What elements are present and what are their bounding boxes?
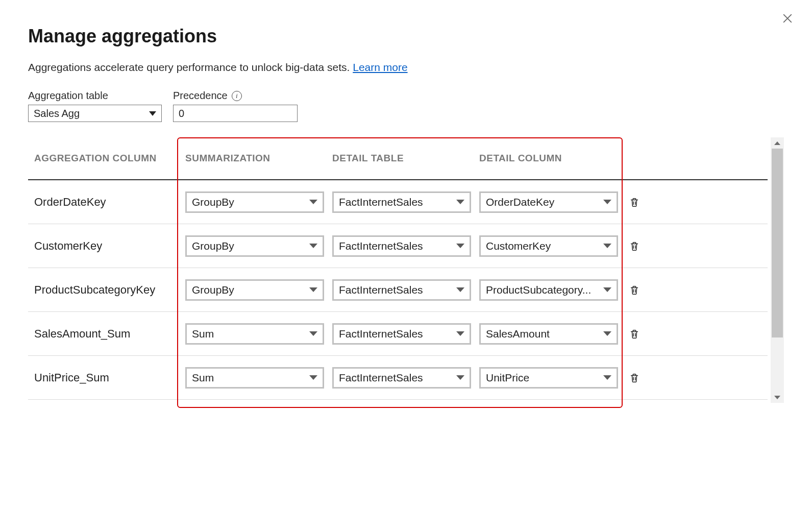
delete-row-button[interactable] xyxy=(622,328,647,340)
learn-more-link[interactable]: Learn more xyxy=(353,61,407,73)
table-row: SalesAmount_Sum Sum FactInternetSales Sa… xyxy=(28,312,768,356)
aggregation-table-label: Aggregation table xyxy=(28,90,162,102)
chevron-down-icon xyxy=(456,375,464,380)
aggregation-column-value: SalesAmount_Sum xyxy=(28,327,181,341)
scroll-up-button[interactable] xyxy=(771,137,784,149)
dialog-description: Aggregations accelerate query performanc… xyxy=(28,61,784,74)
chevron-up-icon xyxy=(774,141,780,145)
chevron-down-icon xyxy=(456,200,464,204)
aggregation-table-value: Sales Agg xyxy=(34,108,80,119)
aggregations-table: AGGREGATION COLUMN SUMMARIZATION DETAIL … xyxy=(28,137,768,403)
detail-table-select[interactable]: FactInternetSales xyxy=(332,191,471,213)
scroll-down-button[interactable] xyxy=(771,392,784,403)
description-text: Aggregations accelerate query performanc… xyxy=(28,61,350,73)
precedence-value: 0 xyxy=(179,108,184,119)
delete-row-button[interactable] xyxy=(622,284,647,296)
chevron-down-icon xyxy=(149,111,156,116)
detail-column-select[interactable]: CustomerKey xyxy=(479,235,618,257)
trash-icon xyxy=(629,328,640,340)
chevron-down-icon xyxy=(309,331,317,336)
table-row: OrderDateKey GroupBy FactInternetSales O… xyxy=(28,180,768,224)
detail-column-select[interactable]: UnitPrice xyxy=(479,367,618,389)
dialog-title: Manage aggregations xyxy=(28,26,784,47)
delete-row-button[interactable] xyxy=(622,372,647,384)
manage-aggregations-dialog: Manage aggregations Aggregations acceler… xyxy=(0,0,812,507)
chevron-down-icon xyxy=(603,244,611,248)
scrollbar-thumb[interactable] xyxy=(772,149,783,337)
precedence-label: Precedence i xyxy=(173,90,298,102)
chevron-down-icon xyxy=(309,244,317,248)
table-header-row: AGGREGATION COLUMN SUMMARIZATION DETAIL … xyxy=(28,137,768,180)
precedence-input[interactable]: 0 xyxy=(173,105,298,122)
aggregation-table-select[interactable]: Sales Agg xyxy=(28,105,162,122)
aggregation-column-value: UnitPrice_Sum xyxy=(28,371,181,384)
chevron-down-icon xyxy=(603,200,611,204)
detail-table-select[interactable]: FactInternetSales xyxy=(332,279,471,301)
summarization-select[interactable]: GroupBy xyxy=(185,191,324,213)
chevron-down-icon xyxy=(456,244,464,248)
vertical-scrollbar[interactable] xyxy=(771,137,784,403)
chevron-down-icon xyxy=(774,396,780,399)
controls-row: Aggregation table Sales Agg Precedence i… xyxy=(28,90,784,122)
table-row: ProductSubcategoryKey GroupBy FactIntern… xyxy=(28,268,768,312)
header-delete xyxy=(622,164,647,179)
close-button[interactable] xyxy=(779,10,796,27)
summarization-select[interactable]: GroupBy xyxy=(185,279,324,301)
aggregation-column-value: ProductSubcategoryKey xyxy=(28,283,181,297)
trash-icon xyxy=(629,196,640,208)
detail-table-select[interactable]: FactInternetSales xyxy=(332,367,471,389)
table-row: CustomerKey GroupBy FactInternetSales Cu… xyxy=(28,224,768,268)
aggregation-table-group: Aggregation table Sales Agg xyxy=(28,90,162,122)
header-detail-table: DETAIL TABLE xyxy=(328,153,475,179)
chevron-down-icon xyxy=(309,287,317,292)
chevron-down-icon xyxy=(456,287,464,292)
detail-table-select[interactable]: FactInternetSales xyxy=(332,235,471,257)
detail-column-select[interactable]: SalesAmount xyxy=(479,323,618,345)
aggregation-column-value: CustomerKey xyxy=(28,239,181,253)
delete-row-button[interactable] xyxy=(622,196,647,208)
chevron-down-icon xyxy=(603,287,611,292)
detail-column-select[interactable]: OrderDateKey xyxy=(479,191,618,213)
summarization-select[interactable]: GroupBy xyxy=(185,235,324,257)
summarization-select[interactable]: Sum xyxy=(185,367,324,389)
precedence-group: Precedence i 0 xyxy=(173,90,298,122)
chevron-down-icon xyxy=(603,331,611,336)
info-icon[interactable]: i xyxy=(232,91,242,101)
detail-table-select[interactable]: FactInternetSales xyxy=(332,323,471,345)
header-aggregation-column: AGGREGATION COLUMN xyxy=(28,153,181,179)
delete-row-button[interactable] xyxy=(622,240,647,252)
chevron-down-icon xyxy=(603,375,611,380)
header-summarization: SUMMARIZATION xyxy=(181,153,328,179)
trash-icon xyxy=(629,372,640,384)
aggregation-column-value: OrderDateKey xyxy=(28,196,181,209)
header-detail-column: DETAIL COLUMN xyxy=(475,153,622,179)
table-row: UnitPrice_Sum Sum FactInternetSales Unit… xyxy=(28,356,768,400)
trash-icon xyxy=(629,284,640,296)
close-icon xyxy=(782,13,793,24)
precedence-label-text: Precedence xyxy=(173,90,228,102)
chevron-down-icon xyxy=(309,200,317,204)
detail-column-select[interactable]: ProductSubcategory... xyxy=(479,279,618,301)
chevron-down-icon xyxy=(309,375,317,380)
chevron-down-icon xyxy=(456,331,464,336)
trash-icon xyxy=(629,240,640,252)
summarization-select[interactable]: Sum xyxy=(185,323,324,345)
aggregations-table-wrap: AGGREGATION COLUMN SUMMARIZATION DETAIL … xyxy=(28,137,784,403)
